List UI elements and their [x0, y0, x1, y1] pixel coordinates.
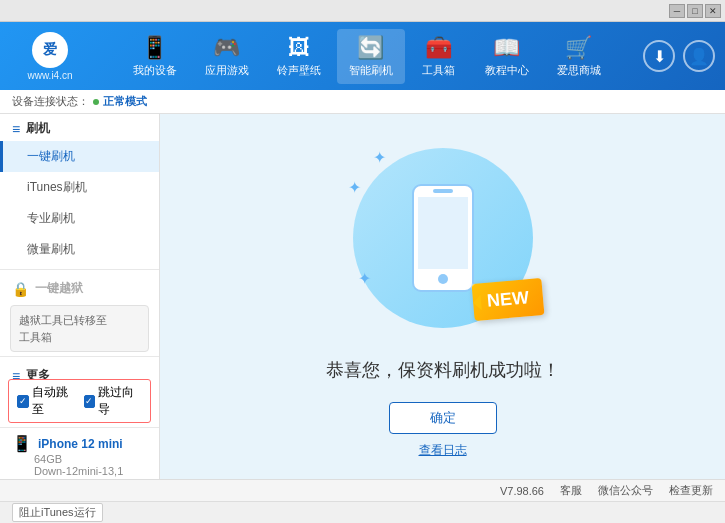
flash-section-label: 刷机 [26, 120, 50, 137]
header: 爱 www.i4.cn 📱 我的设备 🎮 应用游戏 🖼 铃声壁纸 🔄 智能刷机 … [0, 22, 725, 90]
status-right: V7.98.66 客服 微信公众号 检查更新 [500, 483, 713, 498]
minimize-button[interactable]: ─ [669, 4, 685, 18]
success-text: 恭喜您，保资料刷机成功啦！ [326, 358, 560, 382]
device-header: 📱 iPhone 12 mini [12, 434, 147, 453]
nav-smart-flash[interactable]: 🔄 智能刷机 [337, 29, 405, 84]
phone-illustration [408, 183, 478, 293]
tutorial-icon: 📖 [493, 35, 520, 61]
sidebar-divider-2 [0, 356, 159, 357]
main-content: ✦ ✦ ✦ NEW 恭喜您，保资料刷机成功啦！ 确定 查看日志 [160, 114, 725, 483]
logo-icon: 爱 [32, 32, 68, 68]
connection-status-bar: 设备连接状态： 正常模式 [0, 90, 725, 114]
logo-area: 爱 www.i4.cn [10, 32, 90, 81]
user-button[interactable]: 👤 [683, 40, 715, 72]
itunes-bar: 阻止iTunes运行 [0, 501, 725, 523]
sidebar-item-one-click-flash[interactable]: 一键刷机 [0, 141, 159, 172]
sparkle-icon-1: ✦ [373, 148, 386, 167]
nav-items: 📱 我的设备 🎮 应用游戏 🖼 铃声壁纸 🔄 智能刷机 🧰 工具箱 📖 教程中心… [90, 29, 643, 84]
lock-icon: 🔒 [12, 281, 29, 297]
title-bar: ─ □ ✕ [0, 0, 725, 22]
store-label: 爱思商城 [557, 63, 601, 78]
status-mode: 正常模式 [103, 94, 147, 109]
tutorial-label: 教程中心 [485, 63, 529, 78]
header-right: ⬇ 👤 [643, 40, 715, 72]
connection-label: 设备连接状态： [12, 94, 89, 109]
more-section-header: ≡ 更多 [0, 361, 159, 379]
app-game-icon: 🎮 [213, 35, 240, 61]
auto-jump-label: 自动跳至 [32, 384, 76, 418]
nav-toolbox[interactable]: 🧰 工具箱 [409, 29, 469, 84]
nav-wallpaper[interactable]: 🖼 铃声壁纸 [265, 29, 333, 84]
device-info-area: 📱 iPhone 12 mini 64GB Down-12mini-13,1 [0, 427, 159, 483]
sidebar-scroll: ≡ 刷机 一键刷机 iTunes刷机 专业刷机 微量刷机 🔒 一键越狱 越狱工具… [0, 114, 159, 379]
smart-flash-label: 智能刷机 [349, 63, 393, 78]
my-device-icon: 📱 [141, 35, 168, 61]
auto-jump-checkbox-box[interactable]: ✓ [17, 395, 29, 408]
flash-section-icon: ≡ [12, 121, 20, 137]
sidebar-divider-1 [0, 269, 159, 270]
secondary-link[interactable]: 查看日志 [419, 442, 467, 459]
device-phone-icon: 📱 [12, 434, 32, 453]
sparkle-icon-3: ✦ [358, 269, 371, 288]
wallpaper-icon: 🖼 [288, 35, 310, 61]
svg-rect-3 [433, 189, 453, 193]
notice-text: 越狱工具已转移至工具箱 [19, 314, 107, 343]
status-bar: V7.98.66 客服 微信公众号 检查更新 [0, 479, 725, 501]
maximize-button[interactable]: □ [687, 4, 703, 18]
store-icon: 🛒 [565, 35, 592, 61]
logo-subtext: www.i4.cn [27, 70, 72, 81]
jailbreak-label: 一键越狱 [35, 280, 83, 297]
jailbreak-header: 🔒 一键越狱 [0, 274, 159, 301]
smart-flash-icon: 🔄 [357, 35, 384, 61]
device-name: iPhone 12 mini [38, 437, 123, 451]
confirm-button[interactable]: 确定 [389, 402, 497, 434]
service-link[interactable]: 客服 [560, 483, 582, 498]
sidebar-item-itunes-flash[interactable]: iTunes刷机 [0, 172, 159, 203]
skip-wizard-label: 跳过向导 [98, 384, 142, 418]
close-button[interactable]: ✕ [705, 4, 721, 18]
nav-app-game[interactable]: 🎮 应用游戏 [193, 29, 261, 84]
more-section-icon: ≡ [12, 368, 20, 380]
sidebar-item-downgrade-flash[interactable]: 微量刷机 [0, 234, 159, 265]
toolbox-icon: 🧰 [425, 35, 452, 61]
svg-point-2 [438, 274, 448, 284]
device-firmware: Down-12mini-13,1 [12, 465, 147, 477]
check-update-link[interactable]: 检查更新 [669, 483, 713, 498]
nav-tutorial[interactable]: 📖 教程中心 [473, 29, 541, 84]
version-text: V7.98.66 [500, 485, 544, 497]
nav-my-device[interactable]: 📱 我的设备 [121, 29, 189, 84]
new-badge: NEW [471, 278, 544, 321]
nav-store[interactable]: 🛒 爱思商城 [545, 29, 613, 84]
skip-wizard-check-icon: ✓ [85, 396, 93, 406]
app-game-label: 应用游戏 [205, 63, 249, 78]
hero-container: ✦ ✦ ✦ NEW [343, 138, 543, 338]
itunes-stop-button[interactable]: 阻止iTunes运行 [12, 503, 103, 522]
wechat-link[interactable]: 微信公众号 [598, 483, 653, 498]
skip-wizard-checkbox-box[interactable]: ✓ [84, 395, 96, 408]
download-button[interactable]: ⬇ [643, 40, 675, 72]
toolbox-label: 工具箱 [422, 63, 455, 78]
my-device-label: 我的设备 [133, 63, 177, 78]
left-panel: ≡ 刷机 一键刷机 iTunes刷机 专业刷机 微量刷机 🔒 一键越狱 越狱工具… [0, 114, 160, 483]
status-dot [93, 99, 99, 105]
sidebar-item-pro-flash[interactable]: 专业刷机 [0, 203, 159, 234]
auto-jump-checkbox[interactable]: ✓ 自动跳至 [17, 384, 76, 418]
device-storage: 64GB [12, 453, 147, 465]
auto-jump-check-icon: ✓ [19, 396, 27, 406]
more-section-label: 更多 [26, 367, 50, 379]
svg-rect-1 [418, 197, 468, 269]
window-controls: ─ □ ✕ [669, 4, 721, 18]
flash-section-header: ≡ 刷机 [0, 114, 159, 141]
sparkle-icon-2: ✦ [348, 178, 361, 197]
checkbox-area: ✓ 自动跳至 ✓ 跳过向导 [8, 379, 151, 423]
jailbreak-notice: 越狱工具已转移至工具箱 [10, 305, 149, 352]
wallpaper-label: 铃声壁纸 [277, 63, 321, 78]
skip-wizard-checkbox[interactable]: ✓ 跳过向导 [84, 384, 143, 418]
